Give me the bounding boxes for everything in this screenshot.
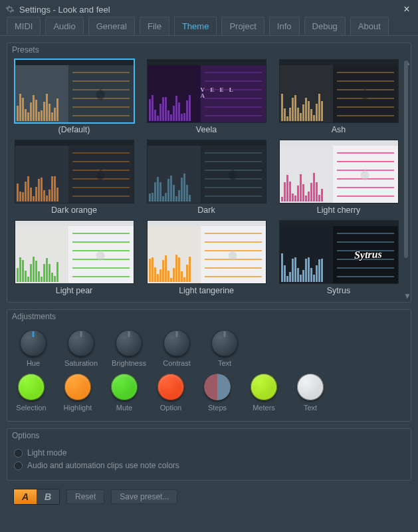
meters-color-swatch[interactable] [251, 374, 277, 400]
contrast-knob[interactable] [163, 330, 190, 356]
preset-label: Sytrus [327, 286, 350, 295]
radio-icon[interactable] [14, 449, 23, 458]
preset-grid: (Default)V E E L AVeelaAshDark orangeDar… [11, 59, 401, 295]
preset-sytrus[interactable]: SytrusSytrus [276, 220, 401, 295]
preset--default-[interactable]: (Default) [11, 59, 137, 134]
preset-label: Dark orange [51, 205, 97, 215]
swatch-label: Selection [16, 404, 46, 412]
knob-label: Brightness [112, 359, 146, 367]
adjustments-group: Adjustments HueSaturationBrightnessContr… [7, 309, 411, 422]
swatch-label: Option [160, 404, 181, 412]
knob-label: Hue [27, 359, 40, 367]
ab-a-button[interactable]: A [14, 489, 37, 504]
preset-dark-orange[interactable]: Dark orange [11, 140, 137, 215]
titlebar: Settings - Look and feel × [0, 0, 418, 17]
tab-debug[interactable]: Debug [304, 17, 346, 35]
tab-row: MIDIAudioGeneralFileThemeProjectInfoDebu… [0, 17, 418, 36]
ab-b-button[interactable]: B [37, 489, 59, 504]
close-icon[interactable]: × [401, 3, 413, 15]
adjustments-title: Adjustments [7, 310, 411, 323]
radio-icon[interactable] [14, 462, 23, 470]
swatch-label: Highlight [64, 404, 92, 412]
knob-label: Contrast [163, 359, 191, 367]
preset-light-tangerine[interactable]: Light tangerine [144, 220, 269, 295]
saturation-knob[interactable] [68, 330, 94, 356]
settings-window: Settings - Look and feel × MIDIAudioGene… [0, 0, 418, 532]
highlight-color-swatch[interactable] [64, 374, 91, 400]
option-color-swatch[interactable] [157, 374, 184, 400]
preset-veela[interactable]: V E E L AVeela [144, 59, 269, 134]
reset-button[interactable]: Reset [66, 489, 104, 504]
preset-label: Light cherry [317, 205, 360, 215]
text-color-swatch[interactable] [297, 374, 324, 400]
option-label: Light mode [27, 448, 66, 458]
options-body: Light modeAudio and automation clips use… [7, 442, 411, 480]
ab-compare: A B [13, 489, 60, 505]
swatch-label: Mute [116, 404, 132, 412]
tab-audio[interactable]: Audio [45, 17, 83, 35]
preset-label: Veela [196, 125, 217, 134]
hue-knob[interactable] [20, 330, 47, 356]
scroll-down-icon[interactable]: ▼ [403, 291, 409, 298]
tab-theme[interactable]: Theme [174, 17, 217, 35]
preset-label: (Default) [58, 125, 90, 134]
preset-scrollbar[interactable]: ▲ ▼ [404, 61, 408, 295]
mute-color-swatch[interactable] [111, 374, 138, 400]
window-title: Settings - Look and feel [19, 5, 401, 15]
preset-label: Ash [332, 125, 346, 134]
tab-file[interactable]: File [140, 17, 169, 35]
preset-light-cherry[interactable]: Light cherry [276, 140, 401, 215]
footer: A B Reset Save preset... [7, 487, 411, 511]
preset-light-pear[interactable]: Light pear [11, 220, 137, 295]
scroll-thumb[interactable] [404, 61, 408, 258]
options-title: Options [7, 429, 411, 442]
steps-color-swatch[interactable] [204, 374, 231, 400]
preset-label: Light pear [56, 286, 93, 295]
selection-color-swatch[interactable] [18, 374, 45, 400]
options-group: Options Light modeAudio and automation c… [7, 428, 411, 481]
knob-row: HueSaturationBrightnessContrastText [15, 330, 405, 367]
text-knob[interactable] [211, 330, 238, 356]
knob-label: Saturation [64, 359, 98, 367]
knob-label: Text [218, 359, 231, 367]
gear-icon [5, 5, 15, 14]
option-light-mode[interactable]: Light mode [14, 448, 404, 458]
preset-ash[interactable]: Ash [276, 59, 401, 134]
option-audio-and-automation-clips-use-note-colors[interactable]: Audio and automation clips use note colo… [14, 461, 404, 470]
tab-about[interactable]: About [350, 17, 389, 35]
swatch-label: Text [304, 404, 317, 412]
tab-general[interactable]: General [88, 17, 135, 35]
presets-title: Presets [7, 43, 411, 57]
swatch-label: Meters [253, 404, 275, 412]
tab-info[interactable]: Info [269, 17, 300, 35]
option-label: Audio and automation clips use note colo… [27, 461, 179, 470]
swatch-label: Steps [208, 404, 227, 412]
preset-label: Light tangerine [179, 286, 234, 295]
preset-dark[interactable]: Dark [144, 140, 269, 215]
preset-label: Dark [197, 205, 215, 215]
tab-midi[interactable]: MIDI [7, 17, 41, 35]
swatch-row: SelectionHighlightMuteOptionStepsMetersT… [13, 374, 405, 412]
save-preset-button[interactable]: Save preset... [111, 489, 177, 504]
brightness-knob[interactable] [116, 330, 142, 356]
tab-project[interactable]: Project [221, 17, 264, 35]
presets-group: Presets (Default)V E E L AVeelaAshDark o… [7, 43, 411, 303]
